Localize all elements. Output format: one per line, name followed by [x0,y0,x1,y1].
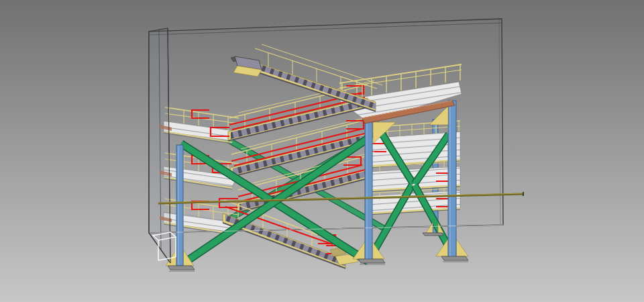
steel-column-tower-left[interactable] [365,119,372,260]
base-plate[interactable] [358,259,385,263]
partition-wall-glass [149,28,170,263]
steel-column-left[interactable] [176,145,183,266]
steel-column-tower-right[interactable] [448,101,456,258]
model-canvas[interactable] [0,0,644,302]
base-plate[interactable] [168,266,195,270]
cad-viewport[interactable] [0,0,644,302]
base-plate[interactable] [441,256,468,260]
base-plate[interactable] [423,233,443,236]
